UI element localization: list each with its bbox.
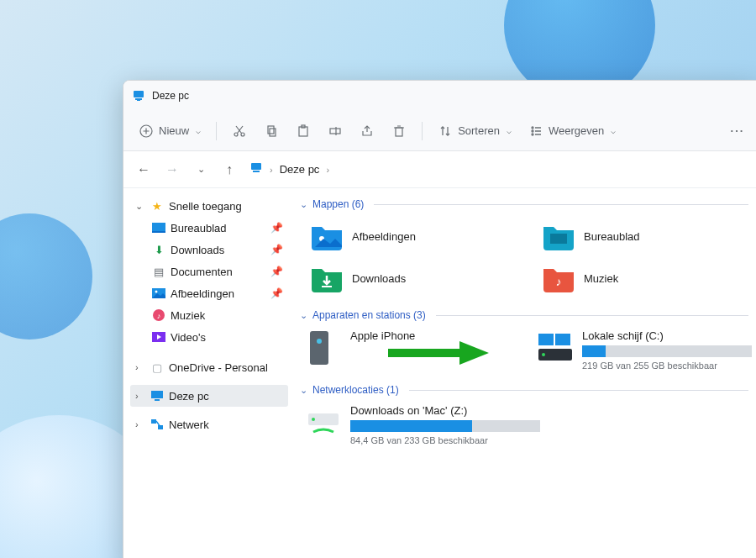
svg-rect-1 xyxy=(135,98,142,100)
more-button[interactable]: ··· xyxy=(723,118,752,144)
svg-rect-2 xyxy=(137,100,140,101)
sort-label: Sorteren xyxy=(458,124,500,137)
folder-music[interactable]: ♪ Muziek xyxy=(537,261,752,296)
label: Bureaublad xyxy=(584,230,640,243)
recent-dropdown[interactable]: ⌄ xyxy=(192,164,209,175)
section-folders-header[interactable]: ⌄ Mappen (6) xyxy=(297,193,752,215)
ellipsis-icon: ··· xyxy=(730,124,745,139)
label: Bureaublad xyxy=(171,222,227,234)
this-pc-icon xyxy=(132,89,145,103)
chevron-right-icon: › xyxy=(270,165,273,175)
breadcrumb[interactable]: › Deze pc › xyxy=(249,161,329,177)
network-icon xyxy=(150,418,164,431)
explorer-window: Deze pc Nieuw ⌵ Sorteren ⌵ Weergeven ⌵ xyxy=(123,80,756,558)
new-button[interactable]: Nieuw ⌵ xyxy=(132,118,207,144)
this-pc-icon xyxy=(249,161,263,177)
svg-point-21 xyxy=(532,130,533,132)
svg-rect-35 xyxy=(151,391,163,398)
folder-desktop-icon xyxy=(542,222,575,250)
share-button[interactable] xyxy=(353,118,381,144)
delete-button[interactable] xyxy=(385,118,413,144)
pin-icon: 📌 xyxy=(270,287,283,299)
phone-device-icon xyxy=(305,329,342,366)
svg-rect-26 xyxy=(253,171,260,172)
drive-sub: 219 GB van 255 GB beschikbaar xyxy=(582,361,752,371)
svg-rect-28 xyxy=(152,231,165,233)
sidebar: ⌄ ★ Snelle toegang Bureaublad 📌 ⬇ Downlo… xyxy=(123,188,291,558)
drive-name: Lokale schijf (C:) xyxy=(582,329,752,342)
svg-rect-37 xyxy=(151,419,156,424)
chevron-down-icon: ⌄ xyxy=(300,199,307,210)
drive-icon xyxy=(537,329,574,366)
drive-name: Downloads on 'Mac' (Z:) xyxy=(350,404,540,417)
svg-rect-12 xyxy=(299,127,307,136)
sidebar-desktop[interactable]: Bureaublad 📌 xyxy=(130,217,288,239)
svg-point-53 xyxy=(312,418,315,421)
view-button[interactable]: Weergeven ⌵ xyxy=(522,118,622,144)
network-drive[interactable]: Downloads on 'Mac' (Z:) 84,4 GB van 233 … xyxy=(305,404,540,445)
divider xyxy=(216,122,217,140)
chevron-down-icon: ⌄ xyxy=(300,310,307,321)
copy-button[interactable] xyxy=(257,118,286,144)
label: Afbeeldingen xyxy=(171,287,234,300)
sidebar-music[interactable]: ♪ Muziek xyxy=(130,304,288,326)
storage-bar xyxy=(350,420,540,432)
section-devices-header[interactable]: ⌄ Apparaten en stations (3) xyxy=(297,304,752,326)
sidebar-downloads[interactable]: ⬇ Downloads 📌 xyxy=(130,239,288,261)
chevron-right-icon: › xyxy=(326,165,329,175)
label: Muziek xyxy=(171,309,205,322)
sidebar-network[interactable]: › Netwerk xyxy=(130,413,288,435)
share-icon xyxy=(360,124,375,139)
back-button[interactable]: ← xyxy=(135,162,152,177)
sidebar-this-pc[interactable]: › Deze pc xyxy=(130,385,288,407)
up-button[interactable]: ↑ xyxy=(221,162,238,177)
svg-line-8 xyxy=(238,126,244,134)
drive-sub: 84,4 GB van 233 GB beschikbaar xyxy=(350,435,540,445)
chevron-down-icon: ⌄ xyxy=(135,201,145,212)
svg-point-7 xyxy=(241,133,244,136)
svg-line-9 xyxy=(236,126,242,134)
chevron-right-icon: › xyxy=(135,419,145,429)
folder-music-icon: ♪ xyxy=(542,264,575,292)
section-title: Netwerklocaties (1) xyxy=(312,384,399,396)
svg-rect-11 xyxy=(270,129,276,136)
sidebar-pictures[interactable]: Afbeeldingen 📌 xyxy=(130,282,288,304)
chevron-down-icon: ⌵ xyxy=(507,126,512,135)
folder-downloads[interactable]: Downloads xyxy=(305,261,520,296)
label: Downloads xyxy=(352,272,406,285)
label: Netwerk xyxy=(169,418,209,431)
label: Muziek xyxy=(584,272,618,285)
folder-pictures[interactable]: Afbeeldingen xyxy=(305,218,520,254)
svg-point-19 xyxy=(532,127,533,129)
command-bar: Nieuw ⌵ Sorteren ⌵ Weergeven ⌵ ··· xyxy=(123,111,756,151)
label: Downloads xyxy=(171,244,224,256)
chevron-right-icon: › xyxy=(135,362,145,372)
label: Afbeeldingen xyxy=(352,230,416,243)
sidebar-quick-access[interactable]: ⌄ ★ Snelle toegang xyxy=(130,195,288,217)
pin-icon: 📌 xyxy=(270,266,283,277)
folder-desktop[interactable]: Bureaublad xyxy=(537,218,752,254)
svg-text:♪: ♪ xyxy=(157,312,161,320)
cut-button[interactable] xyxy=(225,118,254,144)
device-iphone[interactable]: Apple iPhone xyxy=(305,329,520,371)
sidebar-videos[interactable]: Video's xyxy=(130,326,288,348)
chevron-down-icon: ⌄ xyxy=(300,385,307,396)
sort-button[interactable]: Sorteren ⌵ xyxy=(431,118,518,144)
forward-button[interactable]: → xyxy=(164,162,181,177)
section-network-header[interactable]: ⌄ Netwerklocaties (1) xyxy=(297,379,752,401)
sidebar-documents[interactable]: ▤ Documenten 📌 xyxy=(130,261,288,282)
view-label: Weergeven xyxy=(549,124,604,137)
title-bar[interactable]: Deze pc xyxy=(123,81,756,111)
svg-rect-16 xyxy=(396,128,402,136)
main-content: ⌄ Mappen (6) Afbeeldingen Bureaublad Dow… xyxy=(291,188,756,558)
sidebar-onedrive[interactable]: › ▢ OneDrive - Personal xyxy=(130,356,288,378)
breadcrumb-pc[interactable]: Deze pc xyxy=(280,163,320,176)
svg-rect-14 xyxy=(330,129,340,134)
rename-button[interactable] xyxy=(321,118,349,144)
device-local-disk[interactable]: Lokale schijf (C:) 219 GB van 255 GB bes… xyxy=(537,329,752,371)
svg-point-6 xyxy=(234,133,238,136)
paste-button[interactable] xyxy=(289,118,318,144)
cloud-icon: ▢ xyxy=(150,361,164,374)
svg-point-47 xyxy=(317,339,322,344)
sort-icon xyxy=(438,124,453,139)
